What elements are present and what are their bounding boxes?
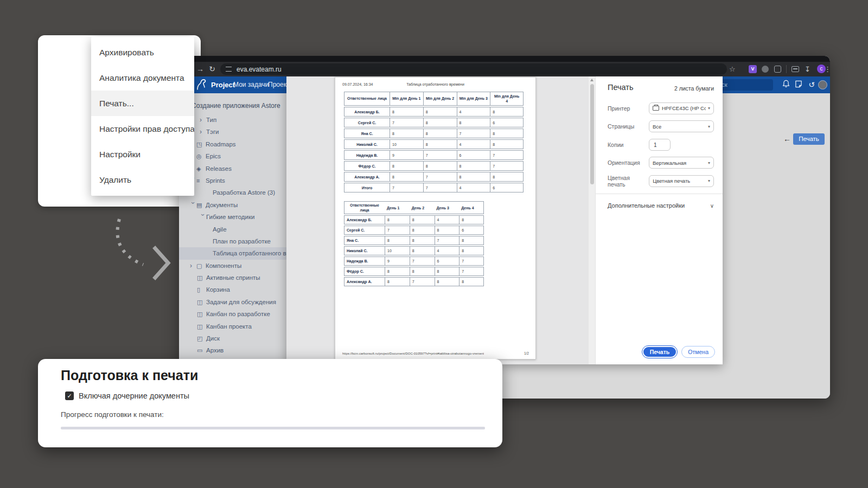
sidebar-item[interactable]: ◰Диск bbox=[179, 332, 286, 344]
sidebar-item[interactable]: ›◈Releases bbox=[179, 163, 286, 175]
sidebar-item[interactable]: ›◎Epics bbox=[179, 150, 286, 162]
menu-item[interactable]: Настройки прав доступа bbox=[91, 116, 194, 142]
sidebar-item-label: Releases bbox=[206, 165, 232, 172]
color-select[interactable]: Цветная печать▾ bbox=[649, 175, 714, 187]
extension-globe-icon[interactable] bbox=[762, 66, 769, 73]
browser-navbar: ← → ↻ eva.evateam.ru ☆ V ↧ c ⋮ bbox=[179, 62, 830, 76]
preview-scrollbar[interactable] bbox=[589, 76, 595, 364]
chevron-right-icon[interactable]: › bbox=[200, 114, 206, 126]
value-cell: 8 bbox=[423, 118, 457, 127]
advanced-settings-row[interactable]: Дополнительные настройки ∨ bbox=[608, 200, 714, 211]
chevron-down-icon[interactable]: › bbox=[187, 202, 199, 208]
worked-time-table-days: Ответственные лицаДень 1День 2День 3День… bbox=[344, 200, 484, 287]
advanced-settings-label: Дополнительные настройки bbox=[608, 202, 685, 209]
person-name-cell: Фёдор С. bbox=[344, 161, 390, 171]
sidebar-item[interactable]: Разработка Astore (3) bbox=[179, 187, 286, 198]
menu-item[interactable]: Удалить bbox=[91, 167, 194, 192]
menu-item[interactable]: Архивировать bbox=[91, 40, 194, 65]
product-name[interactable]: Project bbox=[211, 76, 235, 93]
progress-bar bbox=[61, 427, 485, 429]
value-cell: 9 bbox=[385, 256, 410, 266]
value-cell: 8 bbox=[490, 139, 524, 149]
sidebar-item[interactable]: Agile bbox=[179, 223, 286, 235]
value-cell: 8 bbox=[459, 236, 484, 245]
sidebar-item[interactable]: ›≡Sprints bbox=[179, 175, 286, 187]
sidebar-item-label: Документы bbox=[206, 202, 238, 208]
copies-input[interactable]: 1 bbox=[649, 139, 671, 151]
history-icon[interactable]: ↺ bbox=[807, 80, 816, 89]
extension-v-badge[interactable]: V bbox=[749, 65, 757, 73]
sidebar-item[interactable]: План по разработке bbox=[179, 235, 286, 247]
extension-square-icon[interactable] bbox=[774, 66, 781, 73]
value-cell: 8 bbox=[490, 107, 524, 117]
user-avatar[interactable] bbox=[818, 80, 827, 89]
print-confirm-button[interactable]: Печать bbox=[642, 346, 678, 358]
sidebar-item[interactable]: ◫Канбан проекта bbox=[179, 320, 286, 332]
sidebar-item-label: Разработка Astore (3) bbox=[213, 189, 275, 196]
menu-item[interactable]: Настройки bbox=[91, 142, 194, 167]
browser-forward-icon[interactable]: → bbox=[195, 62, 205, 76]
download-icon[interactable]: ↧ bbox=[805, 62, 810, 76]
table-row: Яна С.8878 bbox=[344, 236, 484, 245]
print-settings-panel: Печать 2 листа бумаги ПринтерHPFCE43C (H… bbox=[595, 76, 723, 364]
sidebar-item[interactable]: ▭Архив bbox=[179, 344, 286, 356]
sidebar-item[interactable]: ◫Канбан по разработке bbox=[179, 308, 286, 320]
bell-icon[interactable] bbox=[782, 80, 792, 89]
person-name-cell: Сергей С. bbox=[344, 118, 390, 127]
column-header: День 4 bbox=[459, 201, 484, 214]
table-row: Надежда В.9767 bbox=[344, 150, 524, 160]
address-bar[interactable]: eva.evateam.ru bbox=[220, 63, 727, 75]
settings-field-row: СтраницыВсе▾ bbox=[608, 118, 714, 136]
menu-item[interactable]: Печать... bbox=[91, 91, 194, 116]
chevron-down-icon[interactable]: ∨ bbox=[710, 203, 714, 209]
print-cancel-button[interactable]: Отмена bbox=[681, 346, 715, 358]
include-children-checkbox[interactable]: ✓ bbox=[65, 391, 74, 400]
sidebar-item-label: Тэги bbox=[206, 129, 219, 135]
chevron-right-icon[interactable]: › bbox=[200, 126, 206, 138]
sidebar-item[interactable]: ›Тип bbox=[179, 114, 286, 126]
printer-select[interactable]: HPFCE43C (HP Color La:▾ bbox=[649, 102, 714, 114]
back-arrow-icon[interactable]: ← bbox=[783, 134, 791, 143]
sidebar-item-label: Активные спринты bbox=[206, 274, 260, 281]
sidebar-item[interactable]: ›Тэги bbox=[179, 126, 286, 138]
toolbar-separator bbox=[786, 65, 787, 73]
site-settings-icon[interactable] bbox=[226, 67, 232, 72]
components-icon: ▢ bbox=[196, 260, 206, 272]
field-label: Копии bbox=[608, 142, 623, 148]
orientation-select[interactable]: Вертикальная▾ bbox=[649, 157, 714, 169]
browser-reload-icon[interactable]: ↻ bbox=[207, 62, 217, 76]
page-print-button[interactable]: Печать bbox=[793, 133, 825, 145]
evateam-logo-icon[interactable] bbox=[196, 79, 208, 94]
table-row: Александр А.8788 bbox=[344, 277, 484, 286]
chevron-down-icon[interactable]: › bbox=[197, 214, 209, 220]
value-cell: 8 bbox=[435, 277, 459, 286]
pages-select[interactable]: Все▾ bbox=[649, 120, 714, 132]
nav-my-tasks[interactable]: Мои задачи bbox=[233, 76, 269, 93]
sidebar-item[interactable]: ›▢Компоненты bbox=[179, 260, 286, 272]
person-name-cell: Александр Б. bbox=[344, 107, 390, 117]
value-cell: 7 bbox=[423, 150, 457, 160]
value-cell: 8 bbox=[385, 267, 410, 276]
sidebar-item[interactable]: ◫Активные спринты bbox=[179, 272, 286, 284]
browser-menu-icon[interactable]: ⋮ bbox=[824, 62, 830, 76]
sidebar: Создание приложения Astore›Тип›Тэги›◳Roa… bbox=[179, 93, 286, 399]
print-preparation-dialog: Подготовка к печати ✓ Включая дочерние д… bbox=[38, 359, 502, 447]
scrollbar-thumb[interactable] bbox=[590, 84, 594, 184]
bookmark-star-icon[interactable]: ☆ bbox=[729, 62, 736, 76]
notes-icon[interactable] bbox=[794, 80, 804, 89]
url-text[interactable]: eva.evateam.ru bbox=[237, 66, 282, 73]
sidebar-item[interactable]: ▯Корзина bbox=[179, 284, 286, 296]
chevron-right-icon[interactable]: › bbox=[190, 260, 196, 272]
reading-list-icon[interactable] bbox=[792, 66, 799, 72]
scrollbar-up-icon[interactable] bbox=[590, 79, 593, 81]
sidebar-item[interactable]: ›◳Roadmaps bbox=[179, 138, 286, 150]
field-label: Ориентация bbox=[608, 159, 640, 166]
menu-item[interactable]: Аналитика документа bbox=[91, 65, 194, 91]
sidebar-item[interactable]: ›▤Документы bbox=[179, 199, 286, 211]
sidebar-item[interactable]: ◫Задачи для обсуждения bbox=[179, 296, 286, 308]
value-cell: 7 bbox=[423, 183, 457, 192]
value-cell: 7 bbox=[435, 236, 459, 245]
sidebar-item[interactable]: ›Гибкие методики bbox=[179, 211, 286, 223]
print-settings-fields: ПринтерHPFCE43C (HP Color La:▾СтраницыВс… bbox=[608, 99, 714, 190]
sidebar-item[interactable]: Таблица отработанного времени bbox=[179, 247, 286, 259]
